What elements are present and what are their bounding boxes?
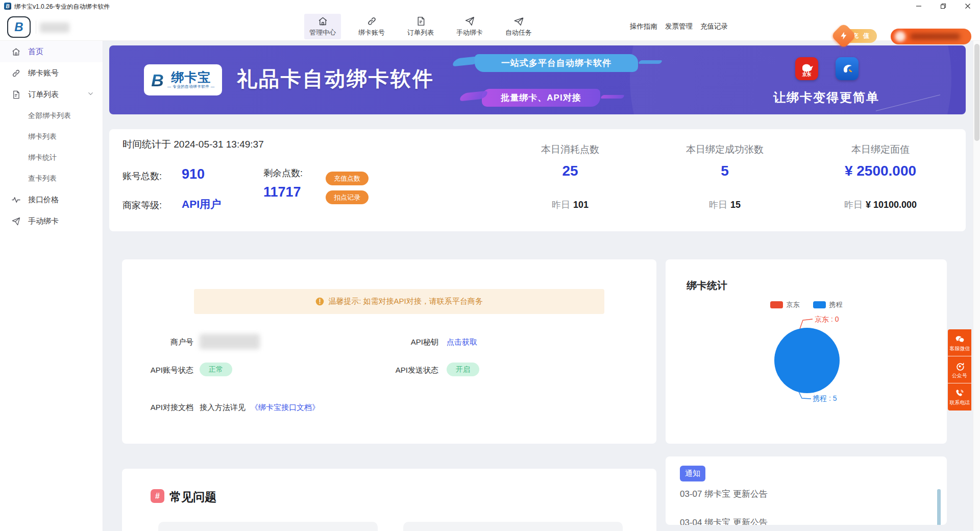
send-plane-icon (513, 16, 524, 27)
merchant-no-label: 商户号 (122, 337, 193, 347)
pie-chart[interactable] (774, 328, 840, 393)
warning-text: 温馨提示: 如需对接API对接，请联系平台商务 (328, 297, 483, 306)
sidebar-subitem-bind-stats[interactable]: 绑卡统计 (0, 147, 103, 168)
banner-slogan: 让绑卡变得更简单 (773, 89, 880, 106)
sidebar-item-card-accounts[interactable]: 绑卡账号 (0, 62, 103, 84)
points-label: 剩余点数: (263, 167, 303, 179)
jd-dog-glyph (799, 62, 815, 73)
legend-label: 京东 (787, 300, 800, 309)
wechat-icon (955, 334, 965, 344)
close-icon (965, 3, 971, 9)
account-status-badge: 正常 (200, 363, 232, 376)
sidebar-subitem-bind-list[interactable]: 绑卡列表 (0, 126, 103, 147)
minimize-icon (916, 3, 922, 9)
document-icon (415, 16, 426, 27)
document-icon (11, 90, 21, 100)
api-doc-link[interactable]: 《绑卡宝接口文档》 (251, 403, 320, 413)
notice-scrollbar[interactable] (937, 489, 941, 525)
banner-ribbon-top: 一站式多平台自动绑卡软件 (475, 54, 638, 72)
header: B 管理中心 绑卡账号 订单列表 (0, 12, 980, 41)
nav-label: 管理中心 (309, 28, 336, 37)
page-scrollbar-thumb[interactable] (974, 44, 979, 141)
stat-value: 25 (494, 163, 647, 179)
sidebar-subitem-card-query-list[interactable]: 查卡列表 (0, 168, 103, 189)
jd-app-icon: 京东 (795, 57, 818, 80)
logo-name: 绑卡宝 (171, 70, 211, 84)
legend-label: 携程 (829, 300, 843, 309)
official-account-icon (955, 361, 965, 371)
official-account-button[interactable]: 公众号 (948, 356, 971, 383)
sidebar-item-manual-bind[interactable]: 手动绑卡 (0, 210, 103, 232)
wechat-support-button[interactable]: 客服微信 (948, 329, 971, 356)
send-status-badge: 开启 (447, 363, 479, 376)
nav-item-manual-bind[interactable]: 手动绑卡 (451, 14, 488, 39)
sidebar-item-home[interactable]: 首页 (0, 41, 103, 62)
sidebar-item-api-price[interactable]: 接口价格 (0, 189, 103, 210)
api-secret-link[interactable]: 点击获取 (447, 337, 477, 347)
floating-label: 公众号 (952, 373, 967, 378)
link-recharge-history[interactable]: 充值记录 (700, 22, 728, 31)
notice-item[interactable]: 03-04 绑卡宝 更新公告 (680, 517, 768, 525)
phone-icon (955, 389, 965, 398)
stat-col-success: 本日绑定成功张数 5 昨日15 (648, 129, 801, 231)
titlebar: B 绑卡宝v1.0.26-专业的自动绑卡软件 (0, 0, 980, 12)
sidebar-label: 绑卡账号 (28, 68, 59, 78)
account-button-blurred[interactable] (891, 29, 971, 44)
window-title: 绑卡宝v1.0.26-专业的自动绑卡软件 (14, 3, 110, 11)
recharge-label: 充 值 (852, 32, 871, 40)
app-window: B 绑卡宝v1.0.26-专业的自动绑卡软件 B 管理中心 (0, 0, 980, 531)
api-doc-label: API对接文档 (122, 403, 193, 413)
notice-badge: 通知 (680, 466, 705, 481)
link-invoice[interactable]: 发票管理 (665, 22, 693, 31)
sidebar-label: 订单列表 (28, 90, 59, 100)
logo-b-glyph: B (151, 71, 164, 89)
recharge-points-button[interactable]: 充值点数 (326, 172, 369, 185)
link-guide[interactable]: 操作指南 (630, 22, 657, 31)
faq-item-placeholder[interactable] (158, 522, 378, 531)
close-button[interactable] (959, 0, 977, 12)
paper-plane-icon (464, 16, 475, 27)
nav-item-auto-tasks[interactable]: 自动任务 (500, 14, 537, 39)
app-logo-icon: B (4, 3, 11, 10)
top-nav: 管理中心 绑卡账号 订单列表 手动绑卡 自 (304, 14, 537, 39)
recharge-button[interactable]: 充 值 (838, 29, 877, 43)
minimize-button[interactable] (910, 0, 928, 12)
home-icon (11, 47, 21, 57)
stat-prev: 昨日15 (648, 199, 801, 211)
stat-col-face-value: 本日绑定面值 ¥ 2500.000 昨日¥ 10100.000 (804, 129, 957, 231)
deduct-log-button[interactable]: 扣点记录 (326, 190, 369, 204)
account-total-value: 910 (182, 166, 205, 182)
stat-label: 本日绑定成功张数 (648, 143, 801, 156)
faq-item-placeholder[interactable] (403, 522, 623, 531)
merchant-no-value-blurred (200, 334, 260, 349)
nav-label: 手动绑卡 (456, 28, 483, 37)
legend-item-jd[interactable]: 京东 (770, 300, 800, 309)
nav-item-dashboard[interactable]: 管理中心 (304, 14, 341, 39)
stat-label: 本日消耗点数 (494, 143, 647, 156)
stats-timestamp: 时间统计于 2024-05-31 13:49:37 (122, 138, 264, 151)
nav-item-orders[interactable]: 订单列表 (402, 14, 439, 39)
sidebar-item-orders[interactable]: 订单列表 (0, 84, 103, 105)
stats-card: 时间统计于 2024-05-31 13:49:37 账号总数: 910 商家等级… (109, 129, 966, 231)
legend-item-ctrip[interactable]: 携程 (813, 300, 843, 309)
sidebar-subitem-all-bind-list[interactable]: 全部绑卡列表 (0, 105, 103, 126)
page-scrollbar[interactable] (973, 41, 980, 531)
lightning-icon (831, 23, 857, 49)
points-value: 11717 (263, 184, 301, 200)
merchant-level-value: API用户 (182, 197, 221, 211)
contact-phone-button[interactable]: 联系电话 (948, 383, 971, 411)
banner-ribbon-bottom: 批量绑卡、API对接 (482, 89, 600, 107)
faq-title: 常见问题 (169, 489, 216, 505)
logo-tagline: — 专业的自动绑卡软件 — (167, 84, 215, 89)
account-text-blurred (910, 33, 960, 40)
notice-item[interactable]: 03-07 绑卡宝 更新公告 (680, 488, 768, 500)
prev-label: 昨日 (552, 200, 570, 210)
nav-label: 自动任务 (505, 28, 532, 37)
warning-banner: 温馨提示: 如需对接API对接，请联系平台商务 (194, 289, 604, 314)
pulse-icon (11, 195, 21, 205)
nav-item-card-accounts[interactable]: 绑卡账号 (353, 14, 390, 39)
account-status-label: API账号状态 (122, 366, 193, 375)
restore-button[interactable] (934, 0, 952, 12)
chart-legend: 京东 携程 (666, 300, 947, 309)
legend-swatch-blue (813, 301, 826, 308)
